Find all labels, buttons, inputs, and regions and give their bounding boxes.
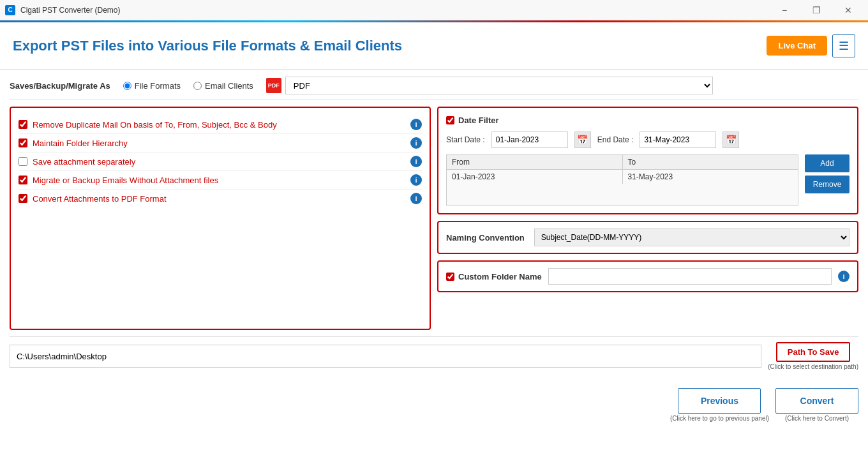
date-table-area: From To 01-Jan-2023 31-May-2023 Add Remo… — [446, 154, 849, 206]
convert-btn-area: Convert (Click here to Convert) — [775, 388, 858, 422]
custom-folder-checkbox[interactable] — [446, 273, 454, 281]
start-date-label: Start Date : — [446, 135, 485, 144]
start-date-calendar-button[interactable]: 📅 — [574, 131, 591, 148]
date-table-from-value: 01-Jan-2023 — [447, 170, 623, 184]
custom-folder-info-icon[interactable]: i — [838, 271, 849, 282]
option1-label[interactable]: Remove Duplicate Mail On basis of To, Fr… — [33, 120, 277, 130]
checkbox-row-1: Remove Duplicate Mail On basis of To, Fr… — [19, 116, 422, 134]
title-bar-controls: − ❐ ✕ — [770, 0, 863, 20]
checkbox-row-4: Migrate or Backup Emails Without Attachm… — [19, 171, 422, 190]
hamburger-button[interactable]: ☰ — [832, 34, 855, 57]
naming-convention-select[interactable]: Subject_Date(DD-MM-YYYY) Date_Subject Su… — [534, 228, 849, 246]
app-title: Export PST Files into Various File Forma… — [13, 38, 402, 54]
convert-button[interactable]: Convert — [775, 388, 858, 414]
option2-label[interactable]: Maintain Folder Hierarchy — [33, 138, 128, 148]
path-input[interactable] — [10, 345, 761, 368]
date-table-to-value: 31-May-2023 — [623, 170, 798, 184]
date-table-from-header: From — [447, 155, 623, 169]
checkbox-row-3: Save attachment separately i — [19, 153, 422, 171]
date-table-data: 01-Jan-2023 31-May-2023 — [447, 170, 798, 184]
checkbox-left-2: Maintain Folder Hierarchy — [19, 138, 128, 148]
file-formats-radio-group: File Formats — [123, 81, 181, 91]
right-panel: Date Filter Start Date : 📅 End Date : 📅 … — [437, 107, 858, 330]
naming-convention-box: Naming Convention Subject_Date(DD-MM-YYY… — [437, 221, 858, 254]
hamburger-icon: ☰ — [839, 39, 849, 53]
date-filter-header: Date Filter — [446, 116, 849, 125]
end-date-input[interactable] — [640, 131, 716, 148]
option5-label[interactable]: Convert Attachments to PDF Format — [33, 194, 167, 204]
remove-date-button[interactable]: Remove — [805, 176, 849, 193]
header-right: Live Chat ☰ — [767, 34, 855, 57]
date-filter-checkbox[interactable] — [446, 116, 454, 124]
title-bar: C Cigati PST Converter (Demo) − ❐ ✕ — [0, 0, 868, 20]
format-select[interactable]: PDF PST MSG EML MBOX — [285, 77, 713, 94]
info-icon-4[interactable]: i — [410, 174, 422, 186]
date-filter-box: Date Filter Start Date : 📅 End Date : 📅 … — [437, 107, 858, 214]
tab-row: Saves/Backup/Migrate As File Formats Ema… — [10, 77, 858, 100]
path-to-save-button[interactable]: Path To Save — [776, 342, 851, 362]
main-content: Saves/Backup/Migrate As File Formats Ema… — [0, 70, 868, 464]
checkbox-left-3: Save attachment separately — [19, 157, 135, 167]
option2-checkbox[interactable] — [19, 138, 27, 147]
option5-checkbox[interactable] — [19, 194, 27, 203]
start-date-input[interactable] — [491, 131, 568, 148]
info-icon-1[interactable]: i — [410, 119, 422, 130]
option4-checkbox[interactable] — [19, 176, 27, 184]
custom-folder-left: Custom Folder Name — [446, 272, 542, 281]
maximize-button[interactable]: ❐ — [802, 0, 831, 20]
bottom-path-row: Path To Save (Click to select destinatio… — [10, 336, 858, 375]
option3-checkbox[interactable] — [19, 157, 27, 166]
checkbox-left-4: Migrate or Backup Emails Without Attachm… — [19, 176, 218, 185]
info-icon-5[interactable]: i — [410, 193, 422, 204]
checkbox-row-5: Convert Attachments to PDF Format i — [19, 190, 422, 207]
checkbox-left-1: Remove Duplicate Mail On basis of To, Fr… — [19, 120, 277, 130]
custom-folder-label[interactable]: Custom Folder Name — [458, 272, 542, 281]
option3-label[interactable]: Save attachment separately — [33, 157, 135, 167]
date-action-buttons: Add Remove — [805, 154, 849, 206]
email-clients-label[interactable]: Email Clients — [205, 81, 253, 91]
naming-convention-label: Naming Convention — [446, 233, 525, 243]
option1-checkbox[interactable] — [19, 120, 27, 129]
custom-folder-input[interactable] — [548, 268, 832, 285]
checkbox-left-5: Convert Attachments to PDF Format — [19, 194, 167, 204]
pdf-icon: PDF — [266, 78, 281, 93]
previous-btn-hint: (Click here to go to previous panel) — [670, 415, 769, 422]
add-date-button[interactable]: Add — [805, 154, 849, 172]
previous-button[interactable]: Previous — [678, 388, 761, 414]
checkbox-row-2: Maintain Folder Hierarchy i — [19, 134, 422, 153]
date-filter-title[interactable]: Date Filter — [458, 116, 499, 125]
date-table-to-header: To — [623, 155, 798, 169]
convert-btn-hint: (Click here to Convert) — [785, 415, 849, 422]
title-bar-text: Cigati PST Converter (Demo) — [20, 6, 121, 15]
title-bar-left: C Cigati PST Converter (Demo) — [5, 5, 121, 15]
email-clients-radio[interactable] — [193, 82, 202, 90]
app-icon: C — [5, 5, 15, 15]
app-header: Export PST Files into Various File Forma… — [0, 22, 868, 70]
saves-tab-label: Saves/Backup/Migrate As — [10, 81, 110, 91]
custom-folder-box: Custom Folder Name i — [437, 260, 858, 292]
end-date-label: End Date : — [597, 135, 634, 144]
option4-label[interactable]: Migrate or Backup Emails Without Attachm… — [33, 176, 218, 185]
date-table-header: From To — [447, 155, 798, 170]
date-table: From To 01-Jan-2023 31-May-2023 — [446, 154, 798, 206]
close-button[interactable]: ✕ — [834, 0, 863, 20]
email-clients-radio-group: Email Clients — [193, 81, 253, 91]
minimize-button[interactable]: − — [770, 0, 799, 20]
panels-row: Remove Duplicate Mail On basis of To, Fr… — [10, 107, 858, 330]
bottom-buttons-row: Previous (Click here to go to previous p… — [10, 385, 858, 422]
end-date-calendar-button[interactable]: 📅 — [722, 131, 739, 148]
left-panel: Remove Duplicate Mail On basis of To, Fr… — [10, 107, 431, 330]
file-formats-label[interactable]: File Formats — [135, 81, 181, 91]
live-chat-button[interactable]: Live Chat — [767, 36, 827, 56]
date-inputs-row: Start Date : 📅 End Date : 📅 — [446, 131, 849, 148]
info-icon-2[interactable]: i — [410, 137, 422, 149]
path-to-save-area: Path To Save (Click to select destinatio… — [768, 342, 858, 370]
path-hint: (Click to select destination path) — [768, 363, 858, 370]
previous-btn-area: Previous (Click here to go to previous p… — [670, 388, 769, 422]
info-icon-3[interactable]: i — [410, 156, 422, 167]
format-select-wrapper: PDF PDF PST MSG EML MBOX — [266, 77, 713, 94]
file-formats-radio[interactable] — [123, 82, 131, 90]
